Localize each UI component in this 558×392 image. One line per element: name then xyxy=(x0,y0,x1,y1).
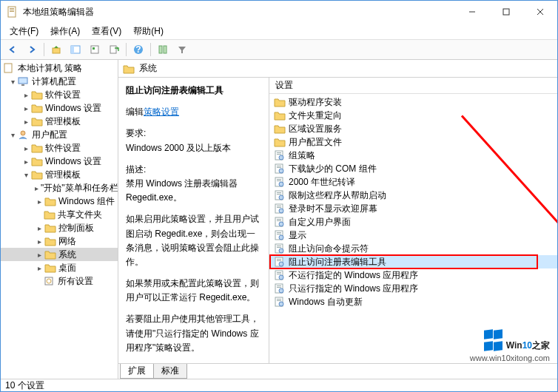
tree-item[interactable]: ▸"开始"菜单和任务栏 xyxy=(1,181,118,195)
folder-icon xyxy=(31,89,43,100)
svg-rect-12 xyxy=(93,47,95,50)
forward-button[interactable] xyxy=(23,41,41,58)
svg-rect-16 xyxy=(159,46,162,53)
content-area: 本地计算机 策略 ▾计算机配置 ▸软件设置 ▸Windows 设置 ▸管理模板 … xyxy=(1,60,557,379)
column-header-settings[interactable]: 设置 xyxy=(269,78,557,94)
tree-item[interactable]: ▸控制面板 xyxy=(1,221,118,234)
tree-item[interactable]: ▸Windows 组件 xyxy=(1,195,118,208)
list-item[interactable]: 2000 年世纪转译 xyxy=(269,175,557,189)
export-button[interactable] xyxy=(105,41,123,58)
req-value: Windows 2000 及以上版本 xyxy=(126,143,231,153)
tree-admin-templates[interactable]: ▾管理模板 xyxy=(1,168,118,181)
expand-icon[interactable]: ▸ xyxy=(21,157,31,166)
menu-action[interactable]: 操作(A) xyxy=(46,24,84,39)
edit-policy-link[interactable]: 策略设置 xyxy=(144,107,179,117)
expand-icon[interactable]: ▸ xyxy=(35,237,44,246)
list-item-label: 只运行指定的 Windows 应用程序 xyxy=(289,283,418,295)
tree-computer-config[interactable]: ▾计算机配置 xyxy=(1,75,118,88)
up-button[interactable] xyxy=(47,41,65,58)
list-item[interactable]: 用户配置文件 xyxy=(269,135,557,149)
expand-icon[interactable]: ▸ xyxy=(35,223,44,233)
svg-rect-38 xyxy=(277,194,281,195)
desc-text: 禁用 Windows 注册表编辑器 Regedit.exe。 xyxy=(126,178,238,203)
back-button[interactable] xyxy=(4,41,21,58)
menu-view[interactable]: 查看(V) xyxy=(87,24,126,39)
folder-icon xyxy=(31,156,43,166)
expand-icon[interactable]: ▸ xyxy=(35,197,44,206)
tree-root[interactable]: 本地计算机 策略 xyxy=(1,61,118,75)
titlebar: 本地组策略编辑器 xyxy=(1,1,557,23)
expand-icon[interactable]: ▸ xyxy=(35,263,44,273)
tree-label: 计算机配置 xyxy=(32,75,76,88)
list-item[interactable]: 文件夹重定向 xyxy=(269,109,557,122)
expand-icon[interactable]: ▸ xyxy=(21,143,31,153)
svg-rect-42 xyxy=(277,207,281,208)
options-button[interactable] xyxy=(154,41,172,58)
tab-extended[interactable]: 扩展 xyxy=(120,364,154,379)
tree-item[interactable]: ▸软件设置 xyxy=(1,141,118,155)
tree-item[interactable]: ▸桌面 xyxy=(1,261,118,274)
desc-text: 如果启用此策略设置，并且用户试图启动 Regedit.exe，则会出现一条消息，… xyxy=(126,212,261,269)
expand-icon[interactable]: ▸ xyxy=(21,104,31,113)
svg-rect-65 xyxy=(277,285,281,286)
menu-help[interactable]: 帮助(H) xyxy=(129,24,168,39)
list-item[interactable]: 限制这些程序从帮助启动 xyxy=(269,189,557,202)
tree-item[interactable]: ▸管理模板 xyxy=(1,115,118,128)
filter-button[interactable] xyxy=(173,41,191,58)
policy-setting-icon xyxy=(274,270,286,280)
list-item-label: 限制这些程序从帮助启动 xyxy=(289,189,386,202)
list-header-bar: 系统 xyxy=(118,60,557,78)
expand-icon[interactable]: ▸ xyxy=(35,183,38,193)
tab-standard[interactable]: 标准 xyxy=(153,364,187,379)
tree-label: "开始"菜单和任务栏 xyxy=(41,182,118,195)
list-item[interactable]: 只运行指定的 Windows 应用程序 xyxy=(269,282,557,295)
svg-point-27 xyxy=(279,155,283,160)
status-text: 10 个设置 xyxy=(5,379,44,392)
expand-icon[interactable]: ▸ xyxy=(35,250,44,260)
tree-item[interactable]: 共享文件夹 xyxy=(1,208,118,221)
tree-user-config[interactable]: ▾用户配置 xyxy=(1,128,118,141)
tree-item[interactable]: 所有设置 xyxy=(1,274,118,288)
show-hide-tree-button[interactable] xyxy=(67,41,84,58)
policy-setting-icon xyxy=(274,297,286,307)
tree-item[interactable]: ▸Windows 设置 xyxy=(1,155,118,168)
properties-button[interactable] xyxy=(86,41,104,58)
tree-label: Windows 组件 xyxy=(58,195,115,208)
settings-list[interactable]: 驱动程序安装文件夹重定向区域设置服务用户配置文件组策略下载缺少的 COM 组件2… xyxy=(269,94,557,308)
list-item[interactable]: 阻止访问注册表编辑工具 xyxy=(269,255,557,268)
menu-file[interactable]: 文件(F) xyxy=(5,24,43,39)
tree-system[interactable]: ▸系统 xyxy=(1,248,118,261)
tree-pane[interactable]: 本地计算机 策略 ▾计算机配置 ▸软件设置 ▸Windows 设置 ▸管理模板 … xyxy=(1,60,118,379)
list-item[interactable]: 不运行指定的 Windows 应用程序 xyxy=(269,268,557,282)
svg-rect-19 xyxy=(19,78,27,84)
help-button[interactable]: ? xyxy=(130,41,147,58)
list-item[interactable]: 组策略 xyxy=(269,149,557,162)
list-item[interactable]: 自定义用户界面 xyxy=(269,215,557,229)
folder-icon xyxy=(44,223,56,233)
svg-point-21 xyxy=(21,131,25,135)
tree-item[interactable]: ▸软件设置 xyxy=(1,88,118,101)
collapse-icon[interactable]: ▾ xyxy=(8,130,18,140)
collapse-icon[interactable]: ▾ xyxy=(8,77,18,87)
tree-item[interactable]: ▸Windows 设置 xyxy=(1,101,118,115)
folder-icon xyxy=(44,236,56,246)
folder-icon xyxy=(274,137,286,147)
minimize-button[interactable] xyxy=(455,1,489,23)
svg-rect-45 xyxy=(277,219,281,220)
list-item[interactable]: 登录时不显示欢迎屏幕 xyxy=(269,202,557,215)
maximize-button[interactable] xyxy=(489,1,523,23)
tree-label: 管理模板 xyxy=(45,115,81,128)
tree-item[interactable]: ▸网络 xyxy=(1,234,118,248)
expand-icon[interactable]: ▸ xyxy=(21,117,31,126)
expand-icon[interactable]: ▸ xyxy=(21,90,31,100)
list-item[interactable]: Windows 自动更新 xyxy=(269,295,557,308)
list-item[interactable]: 显示 xyxy=(269,229,557,242)
list-item-label: 下载缺少的 COM 组件 xyxy=(289,163,377,175)
list-item[interactable]: 驱动程序安装 xyxy=(269,95,557,109)
svg-point-39 xyxy=(279,195,283,200)
collapse-icon[interactable]: ▾ xyxy=(21,170,31,180)
list-item[interactable]: 区域设置服务 xyxy=(269,122,557,135)
list-item[interactable]: 阻止访问命令提示符 xyxy=(269,242,557,255)
close-button[interactable] xyxy=(523,1,557,23)
list-item[interactable]: 下载缺少的 COM 组件 xyxy=(269,162,557,175)
